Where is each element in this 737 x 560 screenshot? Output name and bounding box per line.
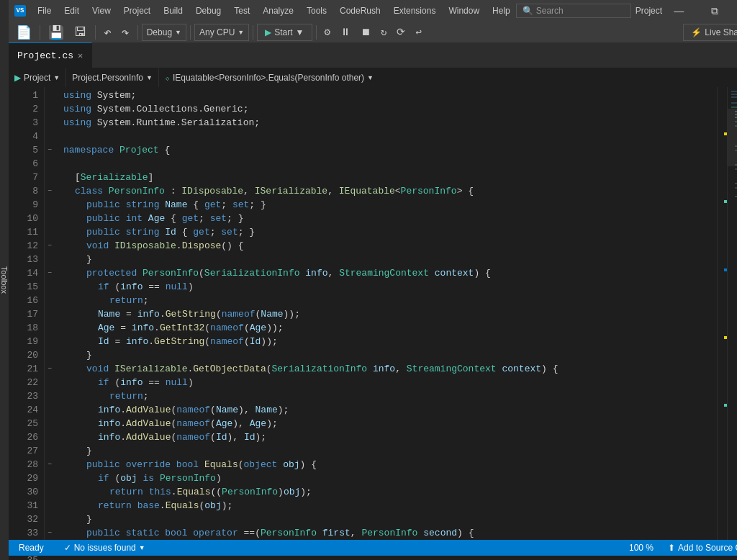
toolbar: 📄 💾 🖫 ↶ ↷ Debug ▼ Any CPU ▼ ▶ Start ▼: [9, 22, 737, 43]
tab-close-icon[interactable]: ✕: [78, 50, 83, 61]
status-middle: ✓ No issues found ▼ 100 %: [54, 543, 658, 553]
code-line-24: info.AddValue(nameof(Name), Name);: [60, 403, 717, 417]
platform-arrow: ▼: [238, 29, 244, 36]
close-button[interactable]: ✕: [734, 0, 737, 22]
toolbar-misc-2[interactable]: ⏸: [336, 25, 355, 40]
code-line-26: info.AddValue(nameof(Id), Id);: [60, 430, 717, 444]
code-content[interactable]: using System; using System.Collections.G…: [55, 87, 717, 540]
code-line-16: return;: [60, 294, 717, 307]
tab-project-cs[interactable]: Project.cs ✕: [9, 42, 92, 68]
menu-view[interactable]: View: [86, 4, 117, 17]
issues-label: No issues found: [74, 543, 136, 553]
code-line-23: return;: [60, 389, 717, 403]
menu-debug[interactable]: Debug: [190, 4, 227, 17]
search-box[interactable]: 🔍 Search: [516, 4, 631, 18]
svg-rect-3: [731, 102, 737, 104]
redo-button[interactable]: ↷: [117, 23, 134, 42]
platform-dropdown[interactable]: Any CPU ▼: [194, 24, 249, 41]
code-line-6: [60, 157, 717, 171]
toolbar-separator-3: [137, 25, 138, 40]
toolbar-misc-3[interactable]: ⏹: [356, 25, 375, 40]
code-line-18: Age = info.GetInt32(nameof(Age));: [60, 321, 717, 335]
menu-help[interactable]: Help: [487, 4, 516, 17]
nav-dropdown-member[interactable]: ⬦ IEquatable<PersonInfo>.Equals(PersonIn…: [159, 68, 737, 87]
live-share-button[interactable]: ⚡ Live Share: [683, 24, 737, 41]
menu-analyze[interactable]: Analyze: [257, 4, 299, 17]
code-line-19: Id = info.GetString(nameof(Id));: [60, 335, 717, 348]
status-issues[interactable]: ✓ No issues found ▼: [60, 543, 150, 553]
menu-build[interactable]: Build: [158, 4, 189, 17]
nav-dropdown-root[interactable]: ▶ Project ▼: [9, 68, 66, 87]
code-line-31: return base.Equals(obj);: [60, 499, 717, 512]
debug-mode-dropdown[interactable]: Debug ▼: [142, 24, 186, 41]
toolbar-misc-4[interactable]: ↻: [376, 24, 391, 40]
code-line-20: }: [60, 348, 717, 362]
code-line-10: public int Age { get; set; }: [60, 212, 717, 225]
code-line-14: protected PersonInfo(SerializationInfo i…: [60, 266, 717, 280]
toolbar-misc-1[interactable]: ⚙: [320, 24, 335, 40]
fold-28[interactable]: −: [45, 458, 55, 471]
code-line-2: using System.Collections.Generic;: [60, 102, 717, 116]
code-line-13: }: [60, 253, 717, 266]
toolbar-misc-6[interactable]: ↩: [411, 24, 425, 40]
fold-5[interactable]: −: [45, 143, 55, 157]
maximize-icon: ⧉: [711, 5, 718, 17]
svg-rect-4: [731, 107, 737, 108]
menu-bar: File Edit View Project Build Debug Test …: [32, 4, 516, 17]
platform-label: Any CPU: [199, 27, 235, 37]
toolbox-sidebar[interactable]: Toolbox: [0, 0, 9, 560]
menu-tools[interactable]: Tools: [301, 4, 333, 17]
undo-button[interactable]: ↶: [99, 23, 116, 42]
menu-extensions[interactable]: Extensions: [388, 4, 442, 17]
status-ready[interactable]: Ready: [14, 543, 48, 553]
minimize-button[interactable]: —: [662, 0, 695, 22]
code-line-4: [60, 130, 717, 143]
fold-12[interactable]: −: [45, 239, 55, 253]
search-icon: 🔍: [523, 6, 533, 16]
status-bar: Ready ✓ No issues found ▼ 100 % ⬆ Add to…: [9, 540, 737, 556]
svg-rect-2: [731, 96, 737, 98]
add-source-control[interactable]: ⬆ Add to Source Control: [664, 543, 737, 553]
new-file-button[interactable]: 📄: [12, 23, 36, 42]
code-line-17: Name = info.GetString(nameof(Name));: [60, 307, 717, 321]
line-numbers: 1 2 3 4 5 6 7 8 9 10 11 12 13 14 15 16 1…: [9, 87, 45, 540]
toolbar-separator-1: [40, 25, 40, 40]
code-line-3: using System.Runtime.Serialization;: [60, 116, 717, 130]
issues-dropdown: ▼: [139, 544, 145, 551]
menu-project[interactable]: Project: [118, 4, 156, 17]
menu-edit[interactable]: Edit: [58, 4, 85, 17]
toolbar-misc-5[interactable]: ⟳: [392, 24, 410, 40]
debug-mode-label: Debug: [147, 27, 172, 37]
ready-label: Ready: [19, 543, 44, 553]
nav-member-icon: ⬦: [165, 73, 170, 83]
debug-mode-arrow: ▼: [175, 29, 181, 36]
start-icon: ▶: [265, 27, 271, 37]
start-button[interactable]: ▶ Start ▼: [257, 24, 312, 41]
nav-class-arrow: ▼: [146, 74, 153, 81]
toolbar-separator-5: [253, 25, 253, 40]
fold-14[interactable]: −: [45, 266, 55, 280]
save-all-button[interactable]: 🖫: [70, 23, 91, 41]
save-button[interactable]: 💾: [44, 23, 68, 42]
title-bar: VS File Edit View Project Build Debug Te…: [9, 0, 737, 22]
code-line-22: if (info == null): [60, 376, 717, 389]
gutter-right: [717, 87, 727, 540]
nav-dropdown-class[interactable]: Project.PersonInfo ▼: [66, 68, 159, 87]
title-bar-controls: — ⧉ ✕: [662, 0, 737, 22]
fold-33[interactable]: −: [45, 526, 55, 540]
code-line-1: using System;: [60, 89, 717, 102]
fold-8[interactable]: −: [45, 184, 55, 198]
toolbar-separator-2: [95, 25, 96, 40]
maximize-button[interactable]: ⧉: [698, 0, 731, 22]
menu-window[interactable]: Window: [443, 4, 485, 17]
toolbox-label: Toolbox: [0, 266, 9, 294]
menu-coderush[interactable]: CodeRush: [334, 4, 386, 17]
menu-file[interactable]: File: [32, 4, 57, 17]
svg-rect-0: [731, 91, 737, 92]
menu-test[interactable]: Test: [228, 4, 256, 17]
nav-root-label: Project: [24, 73, 50, 83]
zoom-level[interactable]: 100 %: [625, 543, 658, 553]
code-line-9: public string Name { get; set; }: [60, 198, 717, 212]
minimap: [727, 87, 737, 540]
fold-21[interactable]: −: [45, 362, 55, 376]
